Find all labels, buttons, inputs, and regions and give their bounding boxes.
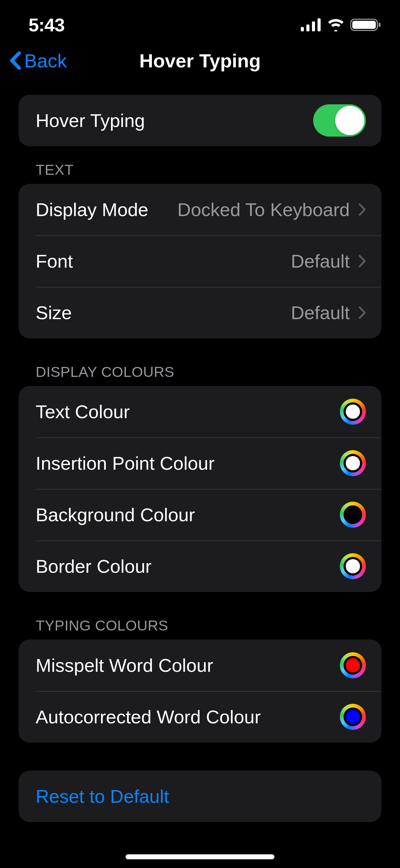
text-group: Display Mode Docked To Keyboard Font Def… xyxy=(19,184,381,338)
misspelt-word-colour-label: Misspelt Word Colour xyxy=(36,655,213,676)
svg-rect-1 xyxy=(306,25,309,31)
display-colours-group: Text Colour Insertion Point Colour Backg… xyxy=(19,386,381,592)
battery-icon xyxy=(351,18,381,31)
autocorrected-word-colour-well[interactable] xyxy=(340,704,366,730)
hover-typing-toggle[interactable] xyxy=(313,104,366,136)
status-bar: 5:43 xyxy=(0,0,400,40)
insertion-point-colour-swatch xyxy=(343,454,362,472)
nav-bar: Back Hover Typing xyxy=(0,40,400,81)
typing-colours-header: TYPING COLOURS xyxy=(19,617,381,640)
border-colour-well[interactable] xyxy=(340,553,366,579)
background-colour-cell[interactable]: Background Colour xyxy=(19,489,381,540)
autocorrected-word-colour-cell[interactable]: Autocorrected Word Colour xyxy=(19,691,381,743)
reset-to-default-button[interactable]: Reset to Default xyxy=(36,786,169,807)
size-value: Default xyxy=(291,302,350,323)
size-label: Size xyxy=(36,302,72,323)
back-label: Back xyxy=(24,50,67,72)
autocorrected-word-colour-label: Autocorrected Word Colour xyxy=(36,706,261,728)
display-mode-cell[interactable]: Display Mode Docked To Keyboard xyxy=(19,184,381,235)
background-colour-label: Background Colour xyxy=(36,504,195,526)
text-section-header: TEXT xyxy=(19,161,381,184)
insertion-point-colour-label: Insertion Point Colour xyxy=(36,453,214,474)
status-time: 5:43 xyxy=(0,14,93,36)
font-value: Default xyxy=(291,251,350,272)
misspelt-word-colour-well[interactable] xyxy=(340,652,366,678)
display-mode-label: Display Mode xyxy=(36,199,148,220)
cellular-icon xyxy=(301,18,321,31)
svg-rect-3 xyxy=(318,18,321,31)
chevron-right-icon xyxy=(359,203,366,216)
size-cell[interactable]: Size Default xyxy=(19,287,381,338)
chevron-right-icon xyxy=(359,306,366,319)
toggle-knob xyxy=(335,106,364,135)
background-colour-well[interactable] xyxy=(340,502,366,528)
insertion-point-colour-cell[interactable]: Insertion Point Colour xyxy=(19,437,381,489)
border-colour-swatch xyxy=(343,557,362,576)
text-colour-swatch xyxy=(343,402,362,421)
reset-cell[interactable]: Reset to Default xyxy=(19,771,381,822)
status-indicators xyxy=(301,18,381,31)
reset-group: Reset to Default xyxy=(19,771,381,822)
font-label: Font xyxy=(36,251,73,272)
svg-rect-0 xyxy=(301,27,304,31)
text-colour-label: Text Colour xyxy=(36,401,130,423)
insertion-point-colour-well[interactable] xyxy=(340,450,366,476)
svg-rect-6 xyxy=(378,23,380,27)
svg-rect-2 xyxy=(312,22,315,31)
font-cell[interactable]: Font Default xyxy=(19,235,381,287)
typing-colours-group: Misspelt Word Colour Autocorrected Word … xyxy=(19,640,381,743)
text-colour-cell[interactable]: Text Colour xyxy=(19,386,381,437)
chevron-left-icon xyxy=(9,51,21,70)
display-mode-value: Docked To Keyboard xyxy=(177,199,350,220)
chevron-right-icon xyxy=(359,254,366,268)
page-title: Hover Typing xyxy=(139,50,261,72)
home-indicator[interactable] xyxy=(126,854,274,859)
svg-rect-5 xyxy=(352,21,376,29)
misspelt-word-colour-cell[interactable]: Misspelt Word Colour xyxy=(19,640,381,691)
hover-typing-label: Hover Typing xyxy=(36,110,145,131)
autocorrected-word-colour-swatch xyxy=(343,708,362,726)
back-button[interactable]: Back xyxy=(9,50,67,72)
hover-typing-toggle-group: Hover Typing xyxy=(19,95,381,146)
hover-typing-toggle-cell[interactable]: Hover Typing xyxy=(19,95,381,146)
border-colour-label: Border Colour xyxy=(36,556,152,577)
misspelt-word-colour-swatch xyxy=(343,656,362,675)
text-colour-well[interactable] xyxy=(340,399,366,425)
wifi-icon xyxy=(327,18,345,31)
background-colour-swatch xyxy=(343,505,362,524)
border-colour-cell[interactable]: Border Colour xyxy=(19,540,381,592)
display-colours-header: DISPLAY COLOURS xyxy=(19,363,381,386)
